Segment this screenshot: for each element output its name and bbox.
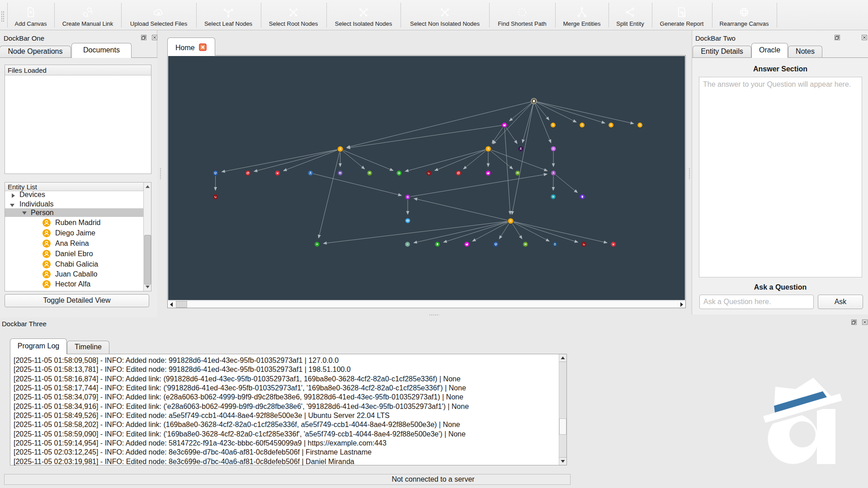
svg-text:H: H [368,171,371,174]
svg-text:H: H [517,171,519,174]
svg-text:@: @ [457,171,460,174]
svg-text:@: @ [246,171,250,174]
svg-text:H: H [524,243,527,246]
